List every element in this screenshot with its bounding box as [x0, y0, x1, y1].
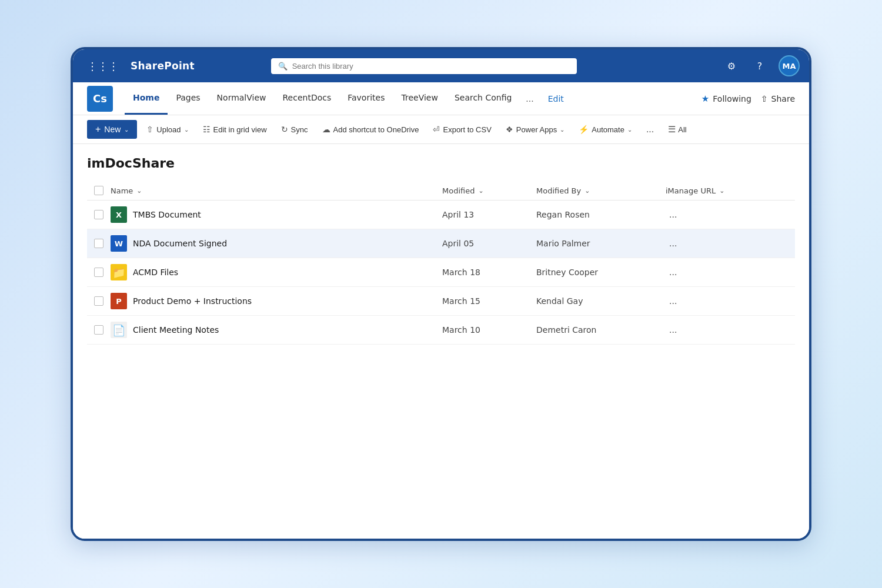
- file-modified-by: Britney Cooper: [536, 268, 666, 277]
- header-modified-by[interactable]: Modified By ⌄: [536, 186, 666, 195]
- row-checkbox-col: [87, 325, 111, 335]
- nav-edit-button[interactable]: Edit: [540, 83, 572, 114]
- table-row[interactable]: X TMBS Document April 13 Regan Rosen ...: [87, 201, 795, 229]
- export-csv-icon: ⏎: [433, 125, 440, 134]
- all-items-button[interactable]: ☰ All: [663, 121, 691, 138]
- command-bar: + New ⌄ ⇧ Upload ⌄ ☷ Edit in grid view ↻…: [73, 115, 809, 144]
- onedrive-icon: ☁: [322, 125, 330, 134]
- nav-item-treeview[interactable]: TreeView: [393, 82, 446, 115]
- new-plus-icon: +: [95, 124, 101, 135]
- export-csv-button[interactable]: ⏎ Export to CSV: [428, 121, 496, 138]
- main-content: imDocShare Name ⌄ Modified ⌄ Modified By: [73, 144, 809, 539]
- nav-item-pages[interactable]: Pages: [168, 82, 208, 115]
- nav-item-home[interactable]: Home: [125, 82, 168, 115]
- header-modified[interactable]: Modified ⌄: [442, 186, 536, 195]
- user-avatar[interactable]: MA: [779, 55, 800, 76]
- file-name: NDA Document Signed: [133, 239, 227, 248]
- nav-item-favorites[interactable]: Favorites: [339, 82, 393, 115]
- file-modified-date: March 15: [442, 296, 536, 306]
- power-apps-icon: ❖: [506, 125, 513, 134]
- star-icon: ★: [701, 93, 709, 104]
- sync-button[interactable]: ↻ Sync: [276, 121, 313, 138]
- header-imanage-url[interactable]: iManage URL ⌄: [666, 186, 795, 195]
- file-list: Name ⌄ Modified ⌄ Modified By ⌄ iManage …: [87, 181, 795, 345]
- waffle-icon[interactable]: ⋮⋮⋮: [82, 58, 123, 75]
- url-ellipsis-button[interactable]: ...: [666, 208, 680, 221]
- file-name: TMBS Document: [133, 210, 201, 219]
- upload-chevron-icon: ⌄: [184, 126, 189, 133]
- file-modified-by: Regan Rosen: [536, 210, 666, 219]
- all-items-icon: ☰: [668, 124, 676, 135]
- row-checkbox[interactable]: [94, 296, 103, 306]
- file-list-header: Name ⌄ Modified ⌄ Modified By ⌄ iManage …: [87, 181, 795, 201]
- file-imanage-url: ...: [666, 266, 795, 279]
- url-ellipsis-button[interactable]: ...: [666, 295, 680, 308]
- file-modified-by: Demetri Caron: [536, 325, 666, 335]
- file-name-cell: 📁 ACMD Files: [111, 264, 442, 280]
- url-ellipsis-button[interactable]: ...: [666, 266, 680, 279]
- automate-icon: ⚡: [579, 125, 589, 134]
- file-modified-by: Mario Palmer: [536, 239, 666, 248]
- device-frame: ⋮⋮⋮ SharePoint 🔍 ⚙ ? MA Cs Home Pages No…: [71, 47, 811, 541]
- row-checkbox[interactable]: [94, 268, 103, 277]
- file-name-cell: X TMBS Document: [111, 206, 442, 223]
- table-row[interactable]: W NDA Document Signed April 05 Mario Pal…: [87, 229, 795, 258]
- row-checkbox-col: [87, 268, 111, 277]
- imanage-url-sort-icon: ⌄: [719, 187, 724, 195]
- nav-item-recentdocs[interactable]: RecentDocs: [275, 82, 340, 115]
- file-type-icon: 📁: [111, 264, 127, 280]
- upload-button[interactable]: ⇧ Upload ⌄: [142, 121, 193, 138]
- file-modified-date: April 13: [442, 210, 536, 219]
- search-container: 🔍: [271, 58, 577, 74]
- edit-grid-button[interactable]: ☷ Edit in grid view: [198, 121, 272, 138]
- nav-right-controls: ⚙ ? MA: [722, 55, 800, 76]
- settings-icon[interactable]: ⚙: [722, 56, 741, 75]
- file-type-icon: X: [111, 206, 127, 223]
- new-button[interactable]: + New ⌄: [87, 120, 137, 139]
- nav-item-searchconfig[interactable]: Search Config: [446, 82, 520, 115]
- header-name[interactable]: Name ⌄: [111, 186, 442, 195]
- top-nav-bar: ⋮⋮⋮ SharePoint 🔍 ⚙ ? MA: [73, 49, 809, 82]
- file-imanage-url: ...: [666, 323, 795, 336]
- select-all-checkbox[interactable]: [94, 186, 103, 195]
- following-button[interactable]: ★ Following: [701, 93, 751, 104]
- app-logo-text[interactable]: SharePoint: [131, 60, 195, 72]
- table-row[interactable]: 📁 ACMD Files March 18 Britney Cooper ...: [87, 258, 795, 287]
- file-type-icon: P: [111, 293, 127, 309]
- file-name-cell: W NDA Document Signed: [111, 235, 442, 252]
- url-ellipsis-button[interactable]: ...: [666, 323, 680, 336]
- row-checkbox-col: [87, 239, 111, 248]
- file-name: Client Meeting Notes: [133, 325, 219, 335]
- power-apps-button[interactable]: ❖ Power Apps ⌄: [501, 121, 569, 138]
- table-row[interactable]: P Product Demo + Instructions March 15 K…: [87, 287, 795, 316]
- search-icon: 🔍: [278, 62, 288, 71]
- search-input[interactable]: [292, 62, 570, 71]
- automate-button[interactable]: ⚡ Automate ⌄: [574, 121, 637, 138]
- nav-more-button[interactable]: ...: [520, 83, 539, 114]
- nav-item-normalview[interactable]: NormalView: [209, 82, 275, 115]
- file-modified-date: April 05: [442, 239, 536, 248]
- file-rows-container: X TMBS Document April 13 Regan Rosen ...…: [87, 201, 795, 345]
- file-name-cell: P Product Demo + Instructions: [111, 293, 442, 309]
- file-imanage-url: ...: [666, 208, 795, 221]
- row-checkbox-col: [87, 296, 111, 306]
- url-ellipsis-button[interactable]: ...: [666, 237, 680, 250]
- name-sort-icon: ⌄: [136, 187, 142, 195]
- site-header-right: ★ Following ⇧ Share: [701, 93, 795, 104]
- share-button[interactable]: ⇧ Share: [761, 94, 795, 103]
- site-header: Cs Home Pages NormalView RecentDocs Favo…: [73, 82, 809, 115]
- table-row[interactable]: 📄 Client Meeting Notes March 10 Demetri …: [87, 316, 795, 345]
- sync-icon: ↻: [281, 125, 288, 134]
- row-checkbox[interactable]: [94, 325, 103, 335]
- row-checkbox[interactable]: [94, 239, 103, 248]
- modified-by-sort-icon: ⌄: [584, 187, 590, 195]
- add-onedrive-button[interactable]: ☁ Add shortcut to OneDrive: [318, 121, 424, 138]
- row-checkbox[interactable]: [94, 210, 103, 219]
- file-name: Product Demo + Instructions: [133, 296, 252, 306]
- more-actions-button[interactable]: ...: [642, 121, 659, 138]
- site-logo[interactable]: Cs: [87, 86, 113, 112]
- row-checkbox-col: [87, 210, 111, 219]
- header-checkbox-col: [87, 186, 111, 195]
- file-modified-date: March 10: [442, 325, 536, 335]
- help-icon[interactable]: ?: [750, 56, 769, 75]
